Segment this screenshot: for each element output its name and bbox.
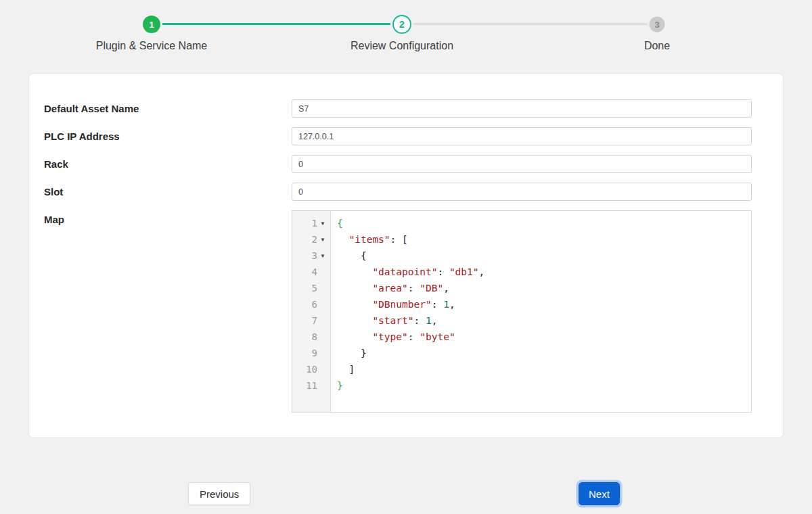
- token-plain: :: [432, 299, 443, 310]
- editor-gutter: 1▼2▼3▼4567891011: [292, 211, 331, 412]
- plc-ip-address-input[interactable]: [292, 127, 752, 145]
- editor-code-area[interactable]: { "items": [ { "datapoint": "db1", "area…: [331, 211, 751, 412]
- editor-line-number-row: 5: [292, 280, 330, 296]
- token-plain: [337, 266, 372, 277]
- default-asset-name-label: Default Asset Name: [44, 103, 292, 114]
- step-1-label: Plugin & Service Name: [96, 40, 208, 52]
- token-plain: :: [408, 331, 420, 342]
- fold-toggle-icon[interactable]: ▼: [317, 220, 328, 227]
- editor-line-number-row: 6: [292, 296, 330, 312]
- step-1-number: 1: [149, 20, 154, 30]
- token-str: "db1": [449, 266, 479, 277]
- step-2-label: Review Configuration: [351, 40, 453, 52]
- token-plain: : [: [390, 234, 408, 245]
- line-number: 7: [292, 315, 317, 326]
- field-row-default-asset-name: Default Asset Name: [44, 99, 752, 118]
- rack-input[interactable]: [292, 155, 752, 173]
- token-plain: [337, 283, 372, 294]
- step-3-number: 3: [654, 20, 659, 30]
- token-brace: }: [337, 380, 343, 391]
- default-asset-name-input[interactable]: [292, 99, 752, 118]
- token-plain: ,: [443, 283, 449, 294]
- token-plain: ,: [479, 266, 485, 277]
- token-str: "start": [372, 315, 413, 326]
- editor-code-line: {: [337, 215, 751, 231]
- editor-code-line: "datapoint": "db1",: [337, 264, 751, 280]
- editor-line-number-row: 4: [292, 264, 330, 280]
- token-plain: :: [437, 266, 449, 277]
- token-str: "items": [348, 234, 390, 245]
- token-plain: ]: [337, 364, 355, 375]
- line-number: 1: [292, 218, 317, 229]
- editor-line-number-row: 7: [292, 312, 330, 329]
- token-plain: ,: [432, 315, 438, 326]
- editor-code-line: {: [337, 248, 751, 264]
- slot-input[interactable]: [292, 183, 752, 201]
- stepper-connector-1-2: [152, 23, 402, 25]
- line-number: 5: [292, 283, 317, 294]
- token-str: "DB": [420, 283, 443, 294]
- line-number: 8: [292, 331, 317, 342]
- next-button[interactable]: Next: [579, 482, 620, 505]
- token-str: "DBnumber": [372, 299, 431, 310]
- token-plain: }: [337, 348, 367, 358]
- editor-line-number-row: 11: [292, 377, 330, 394]
- previous-button[interactable]: Previous: [188, 482, 250, 505]
- fold-toggle-icon[interactable]: ▼: [317, 253, 328, 259]
- editor-code-line: "start": 1,: [337, 312, 751, 329]
- map-label: Map: [44, 210, 292, 225]
- token-str: "byte": [420, 331, 455, 342]
- token-num: 1: [426, 315, 432, 326]
- field-row-slot: Slot: [44, 183, 752, 201]
- token-str: "datapoint": [372, 266, 437, 277]
- editor-line-number-row: 1▼: [292, 215, 330, 231]
- slot-label: Slot: [44, 186, 292, 197]
- editor-code-line: "DBnumber": 1,: [337, 296, 751, 312]
- editor-code-line: ]: [337, 361, 751, 377]
- editor-code-line: "area": "DB",: [337, 280, 751, 296]
- rack-label: Rack: [44, 158, 292, 170]
- editor-code-line: "type": "byte": [337, 329, 751, 345]
- line-number: 3: [292, 250, 317, 261]
- stepper-connector-2-3: [402, 23, 657, 25]
- field-row-plc-ip-address: PLC IP Address: [44, 127, 752, 145]
- step-2-indicator: 2: [392, 15, 411, 34]
- line-number: 2: [292, 234, 317, 245]
- token-brace: {: [337, 218, 343, 229]
- token-plain: [337, 234, 348, 245]
- editor-line-number-row: 3▼: [292, 248, 330, 264]
- editor-code-line: "items": [: [337, 231, 751, 248]
- step-3-indicator: 3: [650, 17, 665, 32]
- token-plain: ,: [449, 299, 455, 310]
- token-plain: {: [337, 250, 367, 261]
- review-configuration-card: Default Asset Name PLC IP Address Rack S…: [28, 73, 784, 438]
- editor-line-number-row: 2▼: [292, 231, 330, 248]
- map-json-editor[interactable]: 1▼2▼3▼4567891011 { "items": [ { "datapoi…: [292, 210, 752, 413]
- editor-line-number-row: 8: [292, 329, 330, 345]
- wizard-page: 1 Plugin & Service Name 2 Review Configu…: [0, 0, 812, 514]
- editor-code-line: }: [337, 345, 751, 361]
- step-3-label: Done: [644, 40, 670, 52]
- line-number: 10: [292, 364, 317, 375]
- token-plain: [337, 331, 372, 342]
- token-str: "type": [372, 331, 407, 342]
- step-2-number: 2: [399, 19, 405, 30]
- editor-code-line: }: [337, 377, 751, 394]
- token-plain: [337, 315, 372, 326]
- field-row-map: Map 1▼2▼3▼4567891011 { "items": [ { "dat…: [44, 210, 752, 413]
- token-plain: :: [414, 315, 426, 326]
- plc-ip-address-label: PLC IP Address: [44, 131, 292, 142]
- step-1-indicator: 1: [143, 16, 160, 33]
- line-number: 9: [292, 348, 317, 358]
- wizard-stepper: 1 Plugin & Service Name 2 Review Configu…: [0, 0, 812, 62]
- fold-toggle-icon[interactable]: ▼: [317, 237, 328, 243]
- field-row-rack: Rack: [44, 155, 752, 173]
- token-plain: :: [408, 283, 420, 294]
- line-number: 6: [292, 299, 317, 310]
- token-plain: [337, 299, 372, 310]
- line-number: 11: [292, 380, 317, 391]
- line-number: 4: [292, 266, 317, 277]
- editor-line-number-row: 10: [292, 361, 330, 377]
- token-num: 1: [443, 299, 449, 310]
- editor-line-number-row: 9: [292, 345, 330, 361]
